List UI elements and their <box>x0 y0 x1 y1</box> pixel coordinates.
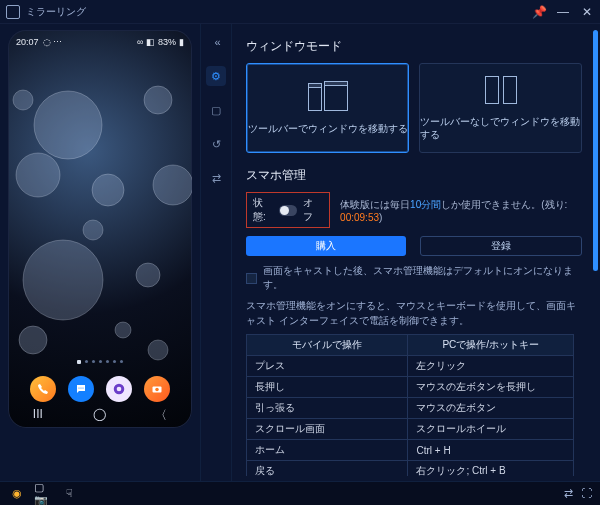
svg-point-7 <box>19 326 47 354</box>
state-value: オフ <box>303 196 321 224</box>
checkbox-label: 画面をキャストした後、スマホ管理機能はデフォルトにオンになります。 <box>263 264 588 292</box>
table-row: ホームCtrl + H <box>247 440 574 461</box>
state-toggle[interactable] <box>279 205 297 216</box>
help-text: スマホ管理機能をオンにすると、マウスとキーボードを使用して、画面キャスト インタ… <box>246 298 588 328</box>
svg-point-9 <box>148 340 168 360</box>
phone-dock <box>8 376 192 402</box>
recent-button[interactable]: III <box>33 407 43 424</box>
table-cell: スクロールホイール <box>408 419 574 440</box>
svg-point-11 <box>13 90 33 110</box>
table-cell: 左クリック <box>408 356 574 377</box>
table-row: プレス左クリック <box>247 356 574 377</box>
table-head-mobile: モバイルで操作 <box>247 335 408 356</box>
phone-manage-title: スマホ管理 <box>246 167 588 184</box>
close-icon[interactable]: ✕ <box>580 5 594 19</box>
table-cell: 戻る <box>247 461 408 477</box>
gear-icon[interactable]: ⚙ <box>206 66 226 86</box>
table-row: 長押しマウスの左ボタンを長押し <box>247 377 574 398</box>
message-icon[interactable] <box>68 376 94 402</box>
table-cell: スクロール画面 <box>247 419 408 440</box>
state-label: 状態: <box>253 196 273 224</box>
wallpaper-bubbles <box>8 30 192 428</box>
table-cell: プレス <box>247 356 408 377</box>
svg-point-13 <box>80 387 81 388</box>
pointer-icon[interactable]: ☟ <box>60 485 78 503</box>
state-box: 状態: オフ <box>246 192 330 228</box>
svg-point-12 <box>78 387 79 388</box>
card-label: ツールバーなしでウィンドウを移動する <box>420 116 581 142</box>
settings-panel: ウィンドウモード ツールバーでウィンドウを移動する ツールバーなしでウィンドウを… <box>232 24 600 481</box>
history-icon[interactable]: ↺ <box>206 134 226 154</box>
transfer-icon[interactable]: ⇄ <box>206 168 226 188</box>
svg-point-3 <box>144 86 172 114</box>
auto-enable-checkbox[interactable] <box>246 273 257 284</box>
pin-icon[interactable]: 📌 <box>532 5 546 19</box>
table-row: 引っ張るマウスの左ボタン <box>247 398 574 419</box>
minimize-icon[interactable]: — <box>556 5 570 19</box>
table-cell: 右クリック; Ctrl + B <box>408 461 574 477</box>
table-cell: マウスの左ボタン <box>408 398 574 419</box>
card-label: ツールバーでウィンドウを移動する <box>248 123 408 136</box>
buy-button[interactable]: 購入 <box>246 236 406 256</box>
hotkey-table: モバイルで操作 PCで操作/ホットキー プレス左クリック長押しマウスの左ボタンを… <box>246 334 574 476</box>
collapse-icon[interactable]: « <box>206 32 226 52</box>
page-indicator <box>8 360 192 364</box>
svg-point-10 <box>83 220 103 240</box>
svg-point-14 <box>82 387 83 388</box>
svg-point-1 <box>16 153 60 197</box>
panel-scrollbar[interactable] <box>593 30 598 477</box>
svg-point-16 <box>117 387 122 392</box>
table-row: 戻る右クリック; Ctrl + B <box>247 461 574 477</box>
svg-point-5 <box>23 240 103 320</box>
phone-preview-column: 20:07 ◌ ⋯ ∞ ◧ 83% ▮ <box>0 24 200 481</box>
record-icon[interactable]: ◉ <box>8 485 26 503</box>
phone-navbar: III ◯ 〈 <box>8 407 192 424</box>
window-mode-card-no-toolbar[interactable]: ツールバーなしでウィンドウを移動する <box>419 63 582 153</box>
table-cell: マウスの左ボタンを長押し <box>408 377 574 398</box>
table-cell: 長押し <box>247 377 408 398</box>
window-mode-title: ウィンドウモード <box>246 38 588 55</box>
svg-point-4 <box>153 165 192 205</box>
svg-point-0 <box>34 91 102 159</box>
screenshot-icon[interactable]: ▢​📷 <box>34 485 52 503</box>
trial-text: 体験版には毎日10分間しか使用できません。(残り: 00:09:53) <box>340 198 588 223</box>
app-logo-icon <box>6 5 20 19</box>
back-button[interactable]: 〈 <box>155 407 167 424</box>
table-cell: ホーム <box>247 440 408 461</box>
fullscreen-icon[interactable]: ⛶ <box>581 487 592 500</box>
svg-point-18 <box>155 388 159 392</box>
titlebar: ミラーリング 📌 — ✕ <box>0 0 600 24</box>
svg-point-8 <box>115 322 131 338</box>
sidebar-rail: « ⚙ ▢ ↺ ⇄ <box>200 24 232 481</box>
window-mode-card-with-toolbar[interactable]: ツールバーでウィンドウを移動する <box>246 63 409 153</box>
register-button[interactable]: 登録 <box>420 236 582 256</box>
table-row: スクロール画面スクロールホイール <box>247 419 574 440</box>
orientation-icon[interactable]: ⇄ <box>564 487 573 500</box>
table-cell: 引っ張る <box>247 398 408 419</box>
camera-icon[interactable] <box>144 376 170 402</box>
cast-icon[interactable]: ▢ <box>206 100 226 120</box>
table-head-pc: PCで操作/ホットキー <box>408 335 574 356</box>
hotkey-table-wrap: モバイルで操作 PCで操作/ホットキー プレス左クリック長押しマウスの左ボタンを… <box>246 334 588 476</box>
phone-screen[interactable]: 20:07 ◌ ⋯ ∞ ◧ 83% ▮ <box>8 30 192 428</box>
svg-point-2 <box>92 174 124 206</box>
table-cell: Ctrl + H <box>408 440 574 461</box>
phone-icon[interactable] <box>30 376 56 402</box>
app-title: ミラーリング <box>26 5 86 19</box>
browser-icon[interactable] <box>106 376 132 402</box>
svg-point-6 <box>136 263 160 287</box>
bottom-toolbar: ◉ ▢​📷 ☟ ⇄ ⛶ <box>0 481 600 505</box>
home-button[interactable]: ◯ <box>93 407 106 424</box>
